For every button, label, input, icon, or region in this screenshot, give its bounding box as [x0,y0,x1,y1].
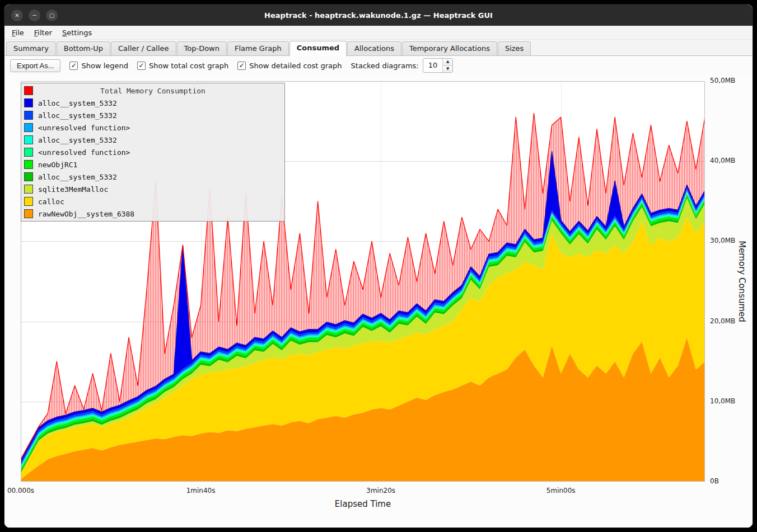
close-icon: ✕ [15,12,19,18]
legend-title: Total Memory Consumption [21,87,284,95]
legend-item: alloc__system_5332 [21,134,284,146]
menu-file[interactable]: File [7,27,29,38]
checkbox-show-detailed-cost-graph[interactable]: ✓Show detailed cost graph [237,62,342,70]
legend-label: newObjRC1 [38,161,77,169]
tab-bar: Summary Bottom-Up Caller / Callee Top-Do… [4,40,753,56]
minimize-button[interactable]: ─ [29,10,40,21]
menu-settings[interactable]: Settings [57,27,97,38]
tab-flame-graph[interactable]: Flame Graph [227,41,289,55]
y-tick-label: 10,0MB [710,397,735,405]
title-bar: ✕ ─ ▢ Heaptrack - heaptrack.wakunode.1.g… [4,4,753,26]
legend-item: <unresolved function> [21,121,284,134]
legend-swatch [24,172,33,181]
toolbar: Export As... ✓Show legend✓Show total cos… [4,56,753,75]
spinner-up-button[interactable]: ▲ [443,59,452,65]
checkbox-box[interactable]: ✓ [237,62,246,70]
tab-sizes[interactable]: Sizes [498,41,531,55]
tab-consumed[interactable]: Consumed [289,41,347,56]
checkbox-label: Show total cost graph [149,62,228,70]
legend-item: alloc__system_5332 [21,97,284,109]
maximize-icon: ▢ [49,12,54,18]
checkbox-show-legend[interactable]: ✓Show legend [69,62,128,70]
checkbox-box[interactable]: ✓ [69,62,78,70]
legend-swatch [24,148,33,157]
stacked-diagrams-label: Stacked diagrams: [351,62,419,70]
tab-top-down[interactable]: Top-Down [177,41,227,55]
legend-label: alloc__system_5332 [38,173,117,181]
tab-allocations[interactable]: Allocations [347,41,401,55]
y-axis-title: Memory Consumed [737,241,747,322]
window-controls: ✕ ─ ▢ [4,10,58,21]
legend-item: rawNewObj__system_6388 [21,208,284,220]
toolbar-checkboxes: ✓Show legend✓Show total cost graph✓Show … [69,62,342,70]
legend-swatch [24,185,33,194]
legend-swatch [24,197,33,206]
stacked-diagrams-control: Stacked diagrams: 10 ▲ ▼ [351,58,454,73]
legend-box: Total Memory Consumption alloc__system_5… [21,83,285,222]
legend-label: alloc__system_5332 [38,136,117,144]
legend-label: sqlite3MemMalloc [38,185,108,194]
legend-swatch [24,160,33,169]
x-tick-label: 1min40s [186,487,216,495]
menu-bar: File Filter Settings [4,26,753,40]
app-window: ✕ ─ ▢ Heaptrack - heaptrack.wakunode.1.g… [4,4,753,528]
checkbox-show-total-cost-graph[interactable]: ✓Show total cost graph [137,62,228,70]
tab-summary[interactable]: Summary [6,41,56,55]
legend-label: <unresolved function> [38,148,130,157]
legend-item: newObjRC1 [21,158,284,171]
checkbox-label: Show detailed cost graph [249,62,342,70]
y-tick-label: 20,0MB [710,317,735,325]
legend-item: alloc__system_5332 [21,171,284,183]
maximize-button[interactable]: ▢ [46,10,58,21]
checkbox-label: Show legend [81,62,128,70]
legend-swatch [24,123,33,132]
legend-swatch [24,98,33,107]
stacked-diagrams-value[interactable]: 10 [423,59,443,72]
legend-item: alloc__system_5332 [21,109,284,121]
menu-filter[interactable]: Filter [29,27,57,38]
checkbox-box[interactable]: ✓ [137,62,146,70]
x-axis-title: Elapsed Time [335,499,391,509]
legend-swatch [24,111,33,120]
legend-swatch [24,135,33,144]
x-tick-label: 3min20s [366,487,395,495]
tab-bottom-up[interactable]: Bottom-Up [57,41,110,55]
tab-caller-callee[interactable]: Caller / Callee [111,41,176,55]
x-tick-label: 00.000s [7,487,34,495]
y-tick-label: 0B [710,477,719,485]
legend-swatch [24,209,33,218]
window-title: Heaptrack - heaptrack.wakunode.1.gz — He… [4,11,753,20]
stacked-diagrams-spinner[interactable]: 10 ▲ ▼ [423,58,454,73]
legend-label: alloc__system_5332 [38,99,117,107]
spinner-down-button[interactable]: ▼ [443,65,452,73]
export-as-button[interactable]: Export As... [10,59,60,72]
legend-item: sqlite3MemMalloc [21,183,284,195]
tab-temporary-allocations[interactable]: Temporary Allocations [402,41,497,55]
spinner-buttons: ▲ ▼ [442,59,452,72]
y-tick-label: 40,0MB [710,157,735,164]
legend-label: calloc [38,197,64,206]
legend-item: <unresolved function> [21,146,284,158]
y-tick-label: 50,0MB [710,77,735,84]
x-tick-label: 5min00s [546,487,576,495]
legend-label: rawNewObj__system_6388 [38,210,134,218]
consumed-chart-area: Total Memory Consumption alloc__system_5… [4,75,753,528]
close-button[interactable]: ✕ [11,10,23,21]
y-tick-label: 30,0MB [710,237,735,244]
legend-label: alloc__system_5332 [38,111,117,120]
legend-label: <unresolved function> [38,124,130,132]
minimize-icon: ─ [32,12,36,18]
legend-items: alloc__system_5332alloc__system_5332<unr… [21,97,284,220]
legend-item: calloc [21,195,284,208]
legend-title-row: Total Memory Consumption [21,84,284,97]
